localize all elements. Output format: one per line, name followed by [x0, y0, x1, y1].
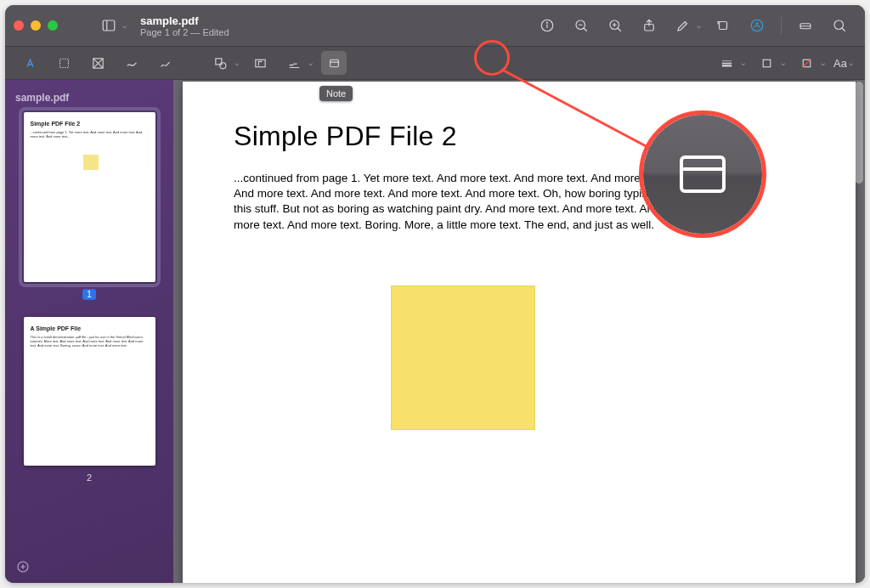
page-thumbnail-1[interactable]: Simple PDF File 2 ...continued from page… [24, 112, 155, 282]
sidebar-view-dropdown[interactable]: ⌵ [97, 14, 127, 37]
page-heading: Simple PDF File 2 [234, 121, 805, 152]
svg-rect-20 [59, 59, 68, 67]
stroke-color-dropdown[interactable]: ⌵ [754, 51, 785, 75]
svg-line-6 [584, 28, 587, 31]
instant-alpha-button[interactable] [85, 51, 110, 75]
fill-color-dropdown[interactable]: ⌵ [794, 51, 825, 75]
document-subtitle: Page 1 of 2 — Edited [140, 27, 229, 37]
chevron-down-icon: ⌵ [122, 21, 127, 30]
zoom-in-button[interactable] [603, 14, 627, 37]
selection-rect-button[interactable] [51, 51, 76, 75]
shapes-dropdown[interactable]: ⌵ [207, 51, 239, 75]
thumb-heading: A Simple PDF File [31, 325, 149, 331]
chevron-down-icon: ⌵ [781, 59, 785, 67]
search-button[interactable] [828, 14, 851, 37]
thumb-heading: Simple PDF File 2 [31, 121, 149, 127]
chevron-down-icon: ⌵ [234, 59, 239, 67]
window-controls [14, 20, 65, 31]
vertical-scrollbar[interactable] [855, 82, 863, 184]
font-label: Aa [833, 57, 847, 70]
chevron-down-icon: ⌵ [308, 59, 313, 67]
window-body: sample.pdf Simple PDF File 2 ...continue… [5, 80, 865, 583]
document-viewer[interactable]: Simple PDF File 2 ...continued from page… [173, 80, 865, 583]
thumb-preview-text: This is a small demonstration .pdf file … [31, 335, 149, 348]
minimize-window-button[interactable] [31, 20, 41, 31]
document-title: sample.pdf [140, 14, 229, 27]
chevron-down-icon: ⌵ [849, 59, 853, 67]
chevron-down-icon: ⌵ [741, 59, 745, 67]
markup-toggle-button[interactable] [745, 14, 769, 37]
app-window: ⌵ sample.pdf Page 1 of 2 — Edited ⌵ [5, 5, 865, 583]
svg-point-15 [756, 23, 758, 25]
title-block: sample.pdf Page 1 of 2 — Edited [140, 14, 229, 37]
sidebar-title: sample.pdf [15, 92, 163, 104]
svg-line-19 [842, 28, 845, 31]
chevron-down-icon: ⌵ [697, 21, 701, 30]
page-number-label: 2 [87, 472, 92, 483]
info-button[interactable] [535, 14, 559, 37]
svg-rect-13 [720, 22, 727, 30]
thumb-note-preview [83, 155, 99, 170]
note-button[interactable] [321, 51, 347, 75]
pdf-page[interactable]: Simple PDF File 2 ...continued from page… [183, 82, 856, 583]
draw-button[interactable] [153, 51, 178, 75]
page-thumbnail-2[interactable]: A Simple PDF File This is a small demons… [24, 317, 155, 466]
line-style-icon [714, 51, 739, 75]
markup-toolbar: ⌵ ⌵ ⌵ ⌵ ⌵ Aa ⌵ Note [5, 46, 865, 80]
shapes-icon [207, 51, 233, 75]
rotate-button[interactable] [711, 14, 735, 37]
titlebar-actions: ⌵ [535, 14, 856, 37]
thumbnail-item[interactable]: A Simple PDF File This is a small demons… [15, 317, 163, 483]
thumbnail-sidebar: sample.pdf Simple PDF File 2 ...continue… [5, 80, 173, 583]
svg-rect-31 [763, 59, 771, 67]
sketch-button[interactable] [119, 51, 144, 75]
fullscreen-window-button[interactable] [48, 20, 58, 31]
note-tooltip: Note [319, 86, 353, 101]
svg-point-4 [547, 22, 548, 23]
stroke-color-icon [754, 51, 779, 75]
svg-line-33 [803, 59, 811, 67]
sign-dropdown[interactable]: ⌵ [281, 51, 313, 75]
highlight-icon [671, 14, 695, 37]
highlight-dropdown[interactable]: ⌵ [671, 14, 701, 37]
svg-line-9 [618, 28, 621, 31]
add-page-button[interactable] [14, 557, 32, 576]
thumb-preview-text: ...continued from page 1. Yet more text.… [31, 130, 149, 139]
text-insert-button[interactable] [17, 51, 42, 75]
zoom-out-button[interactable] [569, 14, 593, 37]
thumbnail-item[interactable]: Simple PDF File 2 ...continued from page… [15, 112, 163, 300]
titlebar: ⌵ sample.pdf Page 1 of 2 — Edited ⌵ [5, 5, 865, 46]
form-fill-button[interactable] [794, 14, 817, 37]
page-body-text: ...continued from page 1. Yet more text.… [234, 171, 675, 233]
font-style-dropdown[interactable]: Aa ⌵ [833, 57, 853, 70]
signature-icon [281, 51, 307, 75]
page-number-badge: 1 [82, 289, 96, 300]
svg-point-18 [834, 20, 844, 30]
chevron-down-icon: ⌵ [821, 59, 825, 67]
sticky-note[interactable] [391, 286, 535, 430]
svg-rect-26 [330, 59, 338, 67]
line-style-dropdown[interactable]: ⌵ [714, 51, 745, 75]
svg-rect-24 [255, 59, 264, 67]
share-button[interactable] [637, 14, 661, 37]
text-box-button[interactable] [247, 51, 273, 75]
svg-rect-0 [103, 20, 115, 31]
close-window-button[interactable] [14, 20, 24, 31]
svg-point-23 [219, 62, 225, 68]
fill-color-icon [794, 51, 819, 75]
divider [781, 17, 782, 34]
